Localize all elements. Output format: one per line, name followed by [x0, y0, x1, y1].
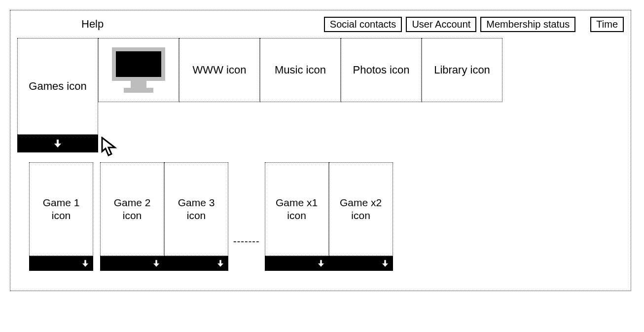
arrow-down-icon: [153, 260, 159, 267]
svg-marker-10: [153, 263, 159, 267]
svg-rect-15: [384, 260, 386, 264]
game-tile-x1-bar[interactable]: [265, 256, 329, 271]
game-tile-x2-label: Game x2 icon: [332, 196, 390, 222]
games-category-label: Games icon: [29, 80, 86, 93]
svg-marker-14: [318, 263, 324, 267]
arrow-down-icon: [318, 260, 324, 267]
time-indicator: Time: [590, 17, 624, 32]
library-category-tile[interactable]: Library icon: [422, 38, 502, 102]
games-ellipsis: -------: [233, 186, 260, 247]
arrow-down-icon: [217, 260, 223, 267]
game-tile-1[interactable]: Game 1 icon: [29, 162, 93, 271]
svg-marker-8: [82, 263, 88, 267]
photos-category-label: Photos icon: [353, 64, 410, 76]
membership-status-button[interactable]: Membership status: [480, 17, 575, 32]
games-expand-bar[interactable]: [17, 135, 98, 152]
social-contacts-button[interactable]: Social contacts: [324, 17, 402, 32]
game-tile-x1-label: Game x1 icon: [268, 196, 325, 222]
svg-rect-5: [131, 81, 146, 88]
photos-category-tile[interactable]: Photos icon: [341, 38, 422, 102]
monitor-icon: [109, 45, 168, 95]
game-tile-x1[interactable]: Game x1 icon: [265, 162, 329, 271]
games-category-wrap: Games icon: [17, 38, 98, 152]
game-tile-3[interactable]: Game 3 icon: [164, 162, 228, 271]
game-tile-x2-bar[interactable]: [329, 256, 393, 271]
cursor-icon: [101, 137, 121, 158]
svg-rect-7: [84, 260, 86, 264]
game-tile-3-label: Game 3 icon: [168, 196, 225, 222]
game-tile-2[interactable]: Game 2 icon: [100, 162, 164, 271]
svg-marker-12: [217, 263, 223, 267]
www-category-label: WWW icon: [193, 64, 247, 76]
game-tile-1-label: Game 1 icon: [33, 196, 90, 222]
svg-rect-6: [124, 88, 153, 93]
arrow-down-icon: [82, 260, 88, 267]
svg-marker-1: [54, 144, 61, 148]
app-window: Help Social contacts User Account Member…: [10, 10, 631, 291]
top-bar: Help Social contacts User Account Member…: [17, 15, 624, 33]
game-tile-2-bar[interactable]: [100, 256, 164, 271]
svg-rect-11: [219, 260, 221, 264]
user-account-button[interactable]: User Account: [406, 17, 476, 32]
game-tile-2-label: Game 2 icon: [104, 196, 161, 222]
game-tile-1-bar[interactable]: [29, 256, 93, 271]
svg-rect-4: [116, 51, 161, 77]
game-tile-3-bar[interactable]: [164, 256, 228, 271]
music-category-tile[interactable]: Music icon: [260, 38, 341, 102]
games-row: Game 1 icon Game 2 icon Game 3 icon ----…: [29, 162, 624, 271]
category-row: Games icon: [17, 38, 624, 152]
games-category-tile[interactable]: Games icon: [17, 38, 98, 135]
arrow-down-icon: [382, 260, 388, 267]
top-bar-right: Social contacts User Account Membership …: [324, 17, 624, 32]
music-category-label: Music icon: [275, 64, 326, 76]
help-link[interactable]: Help: [81, 18, 104, 31]
game-tile-x2[interactable]: Game x2 icon: [329, 162, 393, 271]
svg-rect-0: [57, 140, 59, 144]
tv-category-tile[interactable]: [98, 38, 179, 102]
www-category-tile[interactable]: WWW icon: [179, 38, 260, 102]
arrow-down-icon: [54, 140, 61, 148]
svg-rect-13: [320, 260, 322, 264]
svg-marker-2: [102, 138, 115, 155]
svg-rect-9: [155, 260, 157, 264]
library-category-label: Library icon: [434, 64, 490, 76]
svg-marker-16: [382, 263, 388, 267]
